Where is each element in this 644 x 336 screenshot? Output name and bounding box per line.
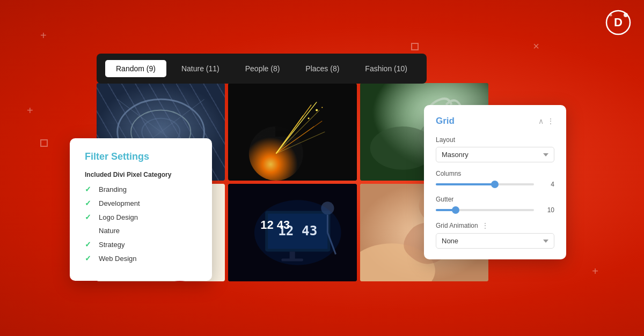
columns-slider-row: 4: [436, 181, 554, 188]
filter-item-logo-design[interactable]: ✓ Logo Design: [85, 213, 197, 221]
filter-label-branding: Branding: [99, 185, 127, 193]
filter-tabs-panel: Random (9) Nature (11) People (8) Places…: [97, 54, 427, 84]
svg-point-23: [322, 107, 323, 108]
filter-settings-title: Filter Settings: [85, 151, 197, 162]
filter-label-logo-design: Logo Design: [99, 213, 138, 221]
grid-settings-panel: Grid ∧ ⋮ Layout Masonry Columns 4 Gutter…: [424, 105, 566, 259]
filter-settings-panel: Filter Settings Included Divi Pixel Cate…: [70, 138, 212, 281]
svg-point-2: [624, 13, 628, 17]
columns-slider-fill: [436, 183, 495, 185]
filter-label-development: Development: [99, 199, 140, 207]
filter-settings-subtitle: Included Divi Pixel Category: [85, 171, 197, 178]
columns-label: Columns: [436, 170, 554, 177]
columns-value: 4: [539, 181, 554, 188]
svg-point-22: [308, 117, 310, 119]
animation-select[interactable]: None: [436, 233, 554, 249]
svg-point-48: [254, 200, 341, 265]
layout-label: Layout: [436, 136, 554, 144]
columns-slider-track[interactable]: [436, 183, 534, 185]
logo: D: [605, 10, 631, 38]
gutter-slider-row: 10: [436, 206, 554, 214]
svg-text:D: D: [614, 16, 623, 29]
grid-animation-label: Grid Animation: [436, 222, 478, 229]
grid-animation-row: Grid Animation ⋮: [436, 221, 554, 230]
columns-slider-thumb[interactable]: [491, 181, 499, 188]
filter-item-strategy[interactable]: ✓ Strategy: [85, 240, 197, 249]
svg-line-9: [161, 99, 204, 132]
svg-point-3: [610, 14, 612, 17]
tab-nature[interactable]: Nature (11): [171, 60, 230, 77]
grid-panel-title: Grid: [436, 116, 455, 126]
filter-item-web-design[interactable]: ✓ Web Design: [85, 254, 197, 263]
grid-image-5: 12 43: [228, 184, 356, 281]
gutter-slider-track[interactable]: [436, 209, 534, 211]
filter-item-nature[interactable]: Nature: [85, 227, 197, 235]
gutter-slider-thumb[interactable]: [452, 206, 459, 214]
layout-select[interactable]: Masonry: [436, 147, 554, 162]
filter-label-strategy: Strategy: [99, 241, 125, 249]
more-options-icon[interactable]: ⋮: [547, 117, 554, 125]
tab-random[interactable]: Random (9): [105, 60, 166, 77]
gutter-value: 10: [539, 206, 554, 214]
check-icon-logo-design: ✓: [85, 213, 93, 221]
filter-item-branding[interactable]: ✓ Branding: [85, 185, 197, 193]
check-icon-web-design: ✓: [85, 254, 93, 263]
check-icon-development: ✓: [85, 199, 93, 207]
gutter-label: Gutter: [436, 196, 554, 203]
grid-panel-header: Grid ∧ ⋮: [436, 116, 554, 126]
tab-places[interactable]: Places (8): [295, 60, 350, 77]
grid-animation-options-icon[interactable]: ⋮: [481, 221, 489, 230]
svg-line-8: [118, 99, 161, 132]
tab-fashion[interactable]: Fashion (10): [354, 60, 418, 77]
grid-panel-icon-group: ∧ ⋮: [538, 117, 554, 125]
grid-image-2: [228, 83, 356, 181]
svg-point-21: [316, 109, 318, 111]
filter-label-web-design: Web Design: [99, 255, 137, 263]
chevron-up-icon[interactable]: ∧: [538, 117, 544, 125]
tab-people[interactable]: People (8): [235, 60, 291, 77]
filter-label-nature: Nature: [99, 227, 120, 235]
check-icon-strategy: ✓: [85, 240, 93, 249]
filter-item-development[interactable]: ✓ Development: [85, 199, 197, 207]
check-icon-branding: ✓: [85, 185, 93, 193]
